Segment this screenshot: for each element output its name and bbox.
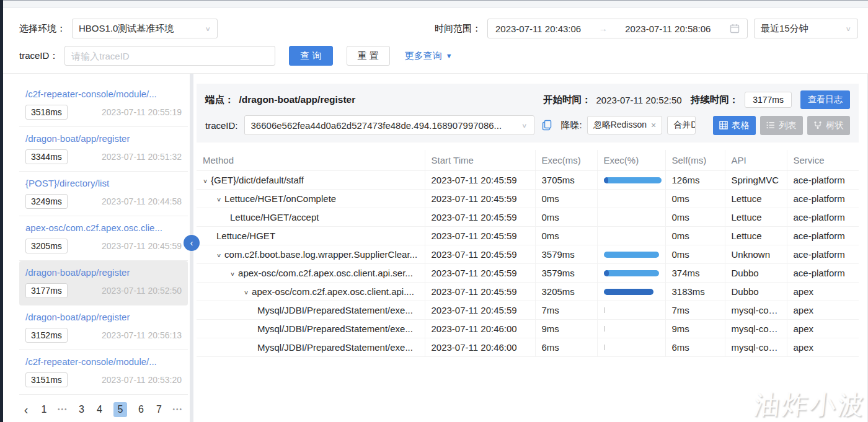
list-view-button[interactable]: 列表	[760, 116, 803, 135]
filter-row-1: 选择环境： HBOS1.0测试基准环境 ∨ 时间范围： 2023-07-11 2…	[19, 19, 858, 38]
time-preset-select[interactable]: 最近15分钟 ∨	[754, 19, 858, 38]
api-cell: Lettuce	[725, 208, 787, 227]
trace-list-item[interactable]: /dragon-boat/app/register 3152ms 2023-07…	[19, 306, 188, 350]
caret-expanded-icon[interactable]: ∨	[230, 271, 235, 277]
date-end-value[interactable]: 2023-07-11 20:58:06	[625, 24, 711, 34]
trace-endpoint-link[interactable]: /dragon-boat/app/register	[25, 312, 182, 322]
method-cell: ∨Lettuce/HGET/onComplete	[197, 190, 425, 208]
caret-expanded-icon[interactable]: ∨	[216, 252, 221, 258]
tree-view-button[interactable]: 树状	[807, 116, 850, 135]
api-cell: mysql-con...	[725, 338, 787, 357]
start-time-label: 开始时间：	[543, 94, 591, 107]
trace-list-item[interactable]: apex-osc/com.c2f.apex.osc.clie... 3205ms…	[19, 216, 188, 261]
method-cell: ∨{GET}/dict/default/staff	[197, 171, 425, 190]
caret-expanded-icon[interactable]: ∨	[216, 196, 221, 203]
close-icon[interactable]: ×	[651, 120, 656, 130]
traceid-input[interactable]	[64, 46, 275, 66]
duration-badge: 3205ms	[25, 239, 68, 253]
exec-tick	[604, 307, 663, 314]
search-button[interactable]: 查 询	[289, 46, 332, 66]
self-ms-cell: 3183ms	[665, 283, 725, 301]
trace-endpoint-link[interactable]: {POST}/directory/list	[25, 178, 182, 188]
sidebar-collapse-button[interactable]: ‹	[184, 235, 200, 251]
trace-endpoint-link[interactable]: /dragon-boat/app/register	[25, 133, 182, 144]
column-header: Self(ms)	[665, 150, 725, 171]
caret-expanded-icon[interactable]: ∨	[203, 178, 208, 184]
exec-bar	[604, 252, 663, 258]
traceid-select-value: 36606e562fea44d0a62d527473fe48de.494.168…	[251, 120, 502, 131]
method-cell: Lettuce/HGET	[197, 227, 425, 245]
column-header: Start Time	[425, 150, 535, 171]
more-query-link[interactable]: 更多查询 ▼	[405, 50, 453, 62]
pagination-ellipsis-icon[interactable]: •••	[58, 402, 68, 417]
trace-endpoint-link[interactable]: /c2f-repeater-console/module/...	[25, 356, 182, 367]
start-time-cell: 2023-07-11 20:45:59	[425, 301, 535, 320]
table-view-button[interactable]: 表格	[713, 116, 756, 135]
denoise-tag-clipped: 合并D	[667, 116, 696, 134]
copy-icon[interactable]	[542, 120, 552, 131]
trace-traceid-label: traceID:	[205, 120, 238, 131]
trace-list-item[interactable]: /c2f-repeater-console/module/... 3151ms …	[19, 350, 188, 395]
prev-page-icon[interactable]: ‹	[22, 402, 30, 417]
exec-ms-cell: 3705ms	[535, 171, 597, 190]
caret-expanded-icon[interactable]: ∨	[244, 289, 249, 296]
duration-badge: 3518ms	[25, 105, 68, 120]
trace-meta: 3249ms 2023-07-11 20:44:58	[25, 194, 182, 209]
api-cell: mysql-con...	[725, 301, 787, 320]
endpoint-value: /dragon-boat/app/register	[239, 94, 356, 105]
self-ms-cell: 0ms	[665, 245, 725, 264]
service-cell: apex	[787, 320, 859, 338]
duration-badge: 3177ms	[25, 283, 68, 298]
exec-ms-cell: 0ms	[535, 208, 597, 227]
reset-button[interactable]: 重 置	[347, 46, 390, 66]
time-preset-value: 最近15分钟	[761, 23, 808, 35]
table-row: Mysql/JDBI/PreparedStatement/exe...2023-…	[197, 320, 859, 338]
trace-list-item[interactable]: /dragon-boat/app/register 3177ms 2023-07…	[19, 261, 188, 306]
pagination-page-1[interactable]: 1	[40, 402, 48, 417]
date-range-picker[interactable]: 2023-07-11 20:43:06 → 2023-07-11 20:58:0…	[487, 19, 748, 38]
date-start-value[interactable]: 2023-07-11 20:43:06	[495, 24, 581, 34]
trace-endpoint-link[interactable]: /c2f-repeater-console/module/...	[25, 89, 182, 99]
pagination-page-6[interactable]: 6	[136, 402, 145, 417]
table-row: Lettuce/HGET/accept2023-07-11 20:45:590m…	[197, 208, 859, 227]
start-time-cell: 2023-07-11 20:45:59	[425, 190, 535, 208]
trace-endpoint-link[interactable]: /dragon-boat/app/register	[25, 267, 182, 278]
chevron-down-icon: ∨	[205, 25, 211, 32]
trace-header-row-2: traceID: 36606e562fea44d0a62d527473fe48d…	[205, 115, 850, 135]
exec-ms-cell: 7ms	[535, 301, 597, 320]
trace-list-item[interactable]: {POST}/directory/list 3249ms 2023-07-11 …	[19, 172, 188, 216]
pagination-page-3[interactable]: 3	[78, 402, 86, 417]
table-row: ∨com.c2f.boot.base.log.wrapper.SupplierC…	[197, 245, 859, 264]
service-cell: ace-platform	[787, 190, 859, 208]
env-select[interactable]: HBOS1.0测试基准环境 ∨	[72, 19, 218, 38]
api-cell: Lettuce	[725, 227, 787, 245]
time-range-label: 时间范围：	[435, 23, 481, 35]
denoise-tag-label: 忽略Redisson	[593, 120, 647, 131]
span-table-header-row: MethodStart TimeExec(ms)Exec(%)Self(ms)A…	[197, 150, 859, 171]
pagination-ellipsis-icon[interactable]: •••	[172, 402, 183, 417]
pagination-page-5[interactable]: 5	[113, 402, 128, 417]
self-ms-cell: 0ms	[665, 227, 725, 245]
duration-badge: 3344ms	[25, 149, 68, 164]
trace-meta: 3518ms 2023-07-11 20:55:19	[25, 105, 182, 120]
pagination-page-4[interactable]: 4	[95, 402, 104, 417]
span-table-body: ∨{GET}/dict/default/staff2023-07-11 20:4…	[197, 171, 859, 357]
trace-endpoint-link[interactable]: apex-osc/com.c2f.apex.osc.clie...	[25, 222, 182, 233]
method-cell: Mysql/JDBI/PreparedStatement/exe...	[197, 301, 425, 320]
column-header: API	[725, 150, 787, 171]
trace-meta: 3152ms 2023-07-11 20:56:13	[25, 328, 182, 343]
pagination-page-7[interactable]: 7	[154, 402, 163, 417]
table-row: ∨Lettuce/HGET/onComplete2023-07-11 20:45…	[197, 190, 859, 208]
view-logs-button[interactable]: 查看日志	[800, 90, 850, 109]
column-header: Service	[787, 150, 859, 171]
trace-list-item[interactable]: /dragon-boat/app/register 3344ms 2023-07…	[19, 127, 188, 172]
denoise-tag-label: 合并D	[673, 120, 696, 131]
service-cell: ace-platform	[787, 208, 859, 227]
traceid-select[interactable]: 36606e562fea44d0a62d527473fe48de.494.168…	[244, 115, 534, 135]
traceid-label: traceID：	[19, 50, 58, 62]
exec-pct-cell	[597, 320, 665, 338]
trace-list-item[interactable]: /c2f-repeater-console/module/... 3518ms …	[19, 82, 188, 127]
exec-ms-cell: 3579ms	[535, 264, 597, 283]
triangle-down-icon: ▼	[446, 52, 453, 59]
tree-view-label: 树状	[826, 120, 844, 131]
